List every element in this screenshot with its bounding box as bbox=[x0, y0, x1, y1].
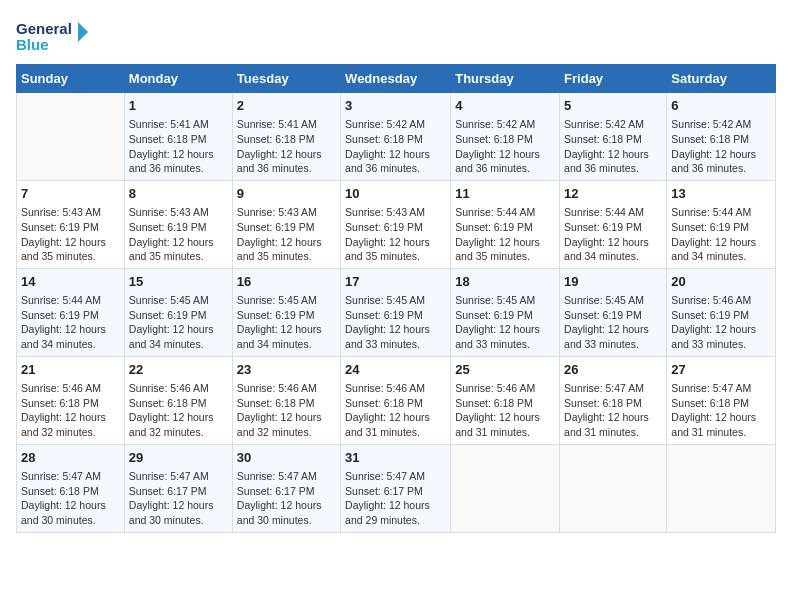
calendar-week-row: 21Sunrise: 5:46 AMSunset: 6:18 PMDayligh… bbox=[17, 356, 776, 444]
daylight-text: Daylight: 12 hours and 31 minutes. bbox=[455, 411, 540, 438]
calendar-cell: 24Sunrise: 5:46 AMSunset: 6:18 PMDayligh… bbox=[341, 356, 451, 444]
col-header-sunday: Sunday bbox=[17, 65, 125, 93]
day-number: 14 bbox=[21, 273, 120, 291]
sunset-text: Sunset: 6:18 PM bbox=[345, 133, 423, 145]
sunset-text: Sunset: 6:18 PM bbox=[564, 397, 642, 409]
daylight-text: Daylight: 12 hours and 31 minutes. bbox=[564, 411, 649, 438]
day-number: 21 bbox=[21, 361, 120, 379]
calendar-week-row: 1Sunrise: 5:41 AMSunset: 6:18 PMDaylight… bbox=[17, 93, 776, 181]
sunset-text: Sunset: 6:17 PM bbox=[237, 485, 315, 497]
sunrise-text: Sunrise: 5:42 AM bbox=[455, 118, 535, 130]
day-number: 26 bbox=[564, 361, 662, 379]
sunset-text: Sunset: 6:18 PM bbox=[21, 397, 99, 409]
day-number: 2 bbox=[237, 97, 336, 115]
calendar-cell: 1Sunrise: 5:41 AMSunset: 6:18 PMDaylight… bbox=[124, 93, 232, 181]
sunset-text: Sunset: 6:19 PM bbox=[21, 309, 99, 321]
sunrise-text: Sunrise: 5:46 AM bbox=[237, 382, 317, 394]
calendar-cell: 15Sunrise: 5:45 AMSunset: 6:19 PMDayligh… bbox=[124, 268, 232, 356]
sunset-text: Sunset: 6:18 PM bbox=[671, 397, 749, 409]
daylight-text: Daylight: 12 hours and 33 minutes. bbox=[455, 323, 540, 350]
daylight-text: Daylight: 12 hours and 36 minutes. bbox=[564, 148, 649, 175]
day-number: 17 bbox=[345, 273, 446, 291]
sunrise-text: Sunrise: 5:45 AM bbox=[345, 294, 425, 306]
sunrise-text: Sunrise: 5:44 AM bbox=[564, 206, 644, 218]
sunrise-text: Sunrise: 5:46 AM bbox=[21, 382, 101, 394]
sunset-text: Sunset: 6:19 PM bbox=[671, 309, 749, 321]
day-number: 27 bbox=[671, 361, 771, 379]
calendar-table: SundayMondayTuesdayWednesdayThursdayFrid… bbox=[16, 64, 776, 533]
sunrise-text: Sunrise: 5:42 AM bbox=[345, 118, 425, 130]
daylight-text: Daylight: 12 hours and 34 minutes. bbox=[21, 323, 106, 350]
sunrise-text: Sunrise: 5:47 AM bbox=[564, 382, 644, 394]
calendar-cell: 18Sunrise: 5:45 AMSunset: 6:19 PMDayligh… bbox=[451, 268, 560, 356]
calendar-cell: 8Sunrise: 5:43 AMSunset: 6:19 PMDaylight… bbox=[124, 180, 232, 268]
svg-text:Blue: Blue bbox=[16, 36, 49, 53]
calendar-cell: 31Sunrise: 5:47 AMSunset: 6:17 PMDayligh… bbox=[341, 444, 451, 532]
calendar-cell: 20Sunrise: 5:46 AMSunset: 6:19 PMDayligh… bbox=[667, 268, 776, 356]
sunrise-text: Sunrise: 5:44 AM bbox=[21, 294, 101, 306]
calendar-cell: 11Sunrise: 5:44 AMSunset: 6:19 PMDayligh… bbox=[451, 180, 560, 268]
daylight-text: Daylight: 12 hours and 36 minutes. bbox=[129, 148, 214, 175]
sunset-text: Sunset: 6:19 PM bbox=[237, 221, 315, 233]
daylight-text: Daylight: 12 hours and 35 minutes. bbox=[237, 236, 322, 263]
daylight-text: Daylight: 12 hours and 34 minutes. bbox=[671, 236, 756, 263]
daylight-text: Daylight: 12 hours and 32 minutes. bbox=[129, 411, 214, 438]
sunrise-text: Sunrise: 5:46 AM bbox=[345, 382, 425, 394]
sunrise-text: Sunrise: 5:45 AM bbox=[564, 294, 644, 306]
sunset-text: Sunset: 6:18 PM bbox=[455, 133, 533, 145]
sunrise-text: Sunrise: 5:42 AM bbox=[564, 118, 644, 130]
calendar-cell: 4Sunrise: 5:42 AMSunset: 6:18 PMDaylight… bbox=[451, 93, 560, 181]
calendar-cell: 12Sunrise: 5:44 AMSunset: 6:19 PMDayligh… bbox=[560, 180, 667, 268]
calendar-cell: 25Sunrise: 5:46 AMSunset: 6:18 PMDayligh… bbox=[451, 356, 560, 444]
calendar-cell: 2Sunrise: 5:41 AMSunset: 6:18 PMDaylight… bbox=[232, 93, 340, 181]
sunset-text: Sunset: 6:18 PM bbox=[129, 397, 207, 409]
day-number: 22 bbox=[129, 361, 228, 379]
svg-marker-2 bbox=[78, 22, 88, 42]
sunrise-text: Sunrise: 5:43 AM bbox=[237, 206, 317, 218]
day-number: 28 bbox=[21, 449, 120, 467]
sunrise-text: Sunrise: 5:45 AM bbox=[455, 294, 535, 306]
calendar-cell: 9Sunrise: 5:43 AMSunset: 6:19 PMDaylight… bbox=[232, 180, 340, 268]
day-number: 25 bbox=[455, 361, 555, 379]
day-number: 12 bbox=[564, 185, 662, 203]
sunrise-text: Sunrise: 5:43 AM bbox=[21, 206, 101, 218]
sunrise-text: Sunrise: 5:47 AM bbox=[671, 382, 751, 394]
day-number: 9 bbox=[237, 185, 336, 203]
daylight-text: Daylight: 12 hours and 33 minutes. bbox=[345, 323, 430, 350]
day-number: 5 bbox=[564, 97, 662, 115]
daylight-text: Daylight: 12 hours and 30 minutes. bbox=[21, 499, 106, 526]
day-number: 16 bbox=[237, 273, 336, 291]
day-number: 3 bbox=[345, 97, 446, 115]
sunset-text: Sunset: 6:19 PM bbox=[237, 309, 315, 321]
col-header-monday: Monday bbox=[124, 65, 232, 93]
sunset-text: Sunset: 6:18 PM bbox=[455, 397, 533, 409]
daylight-text: Daylight: 12 hours and 32 minutes. bbox=[237, 411, 322, 438]
day-number: 13 bbox=[671, 185, 771, 203]
sunrise-text: Sunrise: 5:45 AM bbox=[237, 294, 317, 306]
calendar-cell bbox=[17, 93, 125, 181]
calendar-cell: 5Sunrise: 5:42 AMSunset: 6:18 PMDaylight… bbox=[560, 93, 667, 181]
daylight-text: Daylight: 12 hours and 34 minutes. bbox=[237, 323, 322, 350]
calendar-cell: 27Sunrise: 5:47 AMSunset: 6:18 PMDayligh… bbox=[667, 356, 776, 444]
sunrise-text: Sunrise: 5:47 AM bbox=[21, 470, 101, 482]
day-number: 1 bbox=[129, 97, 228, 115]
daylight-text: Daylight: 12 hours and 36 minutes. bbox=[345, 148, 430, 175]
sunrise-text: Sunrise: 5:46 AM bbox=[455, 382, 535, 394]
day-number: 11 bbox=[455, 185, 555, 203]
daylight-text: Daylight: 12 hours and 30 minutes. bbox=[237, 499, 322, 526]
sunset-text: Sunset: 6:17 PM bbox=[129, 485, 207, 497]
svg-text:General: General bbox=[16, 20, 72, 37]
calendar-cell bbox=[667, 444, 776, 532]
sunrise-text: Sunrise: 5:46 AM bbox=[671, 294, 751, 306]
calendar-cell: 6Sunrise: 5:42 AMSunset: 6:18 PMDaylight… bbox=[667, 93, 776, 181]
calendar-cell: 13Sunrise: 5:44 AMSunset: 6:19 PMDayligh… bbox=[667, 180, 776, 268]
sunrise-text: Sunrise: 5:44 AM bbox=[455, 206, 535, 218]
day-number: 7 bbox=[21, 185, 120, 203]
sunrise-text: Sunrise: 5:47 AM bbox=[345, 470, 425, 482]
sunset-text: Sunset: 6:19 PM bbox=[345, 309, 423, 321]
sunrise-text: Sunrise: 5:42 AM bbox=[671, 118, 751, 130]
logo-icon: GeneralBlue bbox=[16, 16, 96, 56]
sunset-text: Sunset: 6:19 PM bbox=[671, 221, 749, 233]
day-number: 6 bbox=[671, 97, 771, 115]
calendar-week-row: 7Sunrise: 5:43 AMSunset: 6:19 PMDaylight… bbox=[17, 180, 776, 268]
